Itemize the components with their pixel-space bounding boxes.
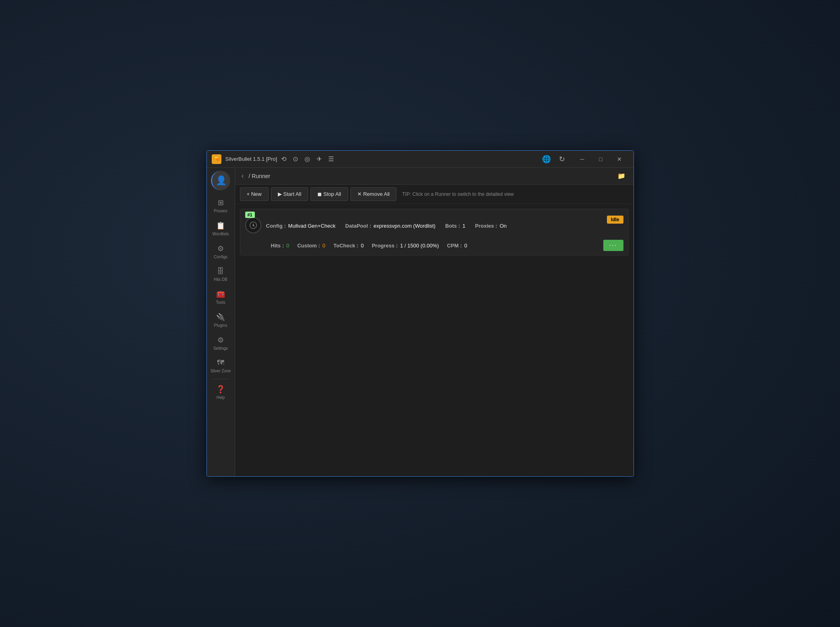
hits-label: Hits :: [271, 243, 284, 249]
target-icon[interactable]: ⊙: [293, 155, 298, 163]
folder-icon-btn[interactable]: 📁: [614, 171, 629, 181]
hits-value: 0: [286, 243, 289, 249]
silverzone-icon: 🗺: [217, 359, 224, 367]
breadcrumb: / Runner: [249, 173, 271, 179]
sidebar-item-configs[interactable]: ⚙ Configs: [207, 240, 235, 263]
minimize-button[interactable]: ─: [573, 151, 592, 168]
cpm-value: 0: [464, 243, 467, 249]
runner-icon-circle: [245, 217, 261, 233]
sidebar-avatar[interactable]: 👤: [211, 171, 230, 190]
runner-status-badge: Idle: [607, 216, 623, 224]
logo-text: 🔫: [213, 156, 220, 162]
header-right: 📁: [614, 172, 629, 180]
history-icon[interactable]: ⟲: [281, 155, 286, 163]
sidebar-item-wordlists[interactable]: 📋 Wordlists: [207, 217, 235, 240]
help-icon: ❓: [216, 385, 225, 394]
settings-icon: ⚙: [217, 336, 224, 345]
new-button[interactable]: + New: [240, 187, 269, 201]
config-value: Mullvad Gen+Check: [288, 223, 336, 229]
runner-list: #1 Config : Mullvad Gen+Check: [235, 204, 634, 476]
runner-info-row-top: Config : Mullvad Gen+Check DataPool : ex…: [266, 223, 602, 229]
hitsdb-icon: 🗄: [217, 267, 224, 276]
sidebar-item-hitsdb[interactable]: 🗄 Hits DB: [207, 263, 235, 286]
sidebar-item-proxies[interactable]: ⊞ Proxies: [207, 194, 235, 217]
sidebar-item-tools[interactable]: 🧰 Tools: [207, 286, 235, 309]
telegram-icon[interactable]: ✈: [317, 155, 322, 163]
runner-card-top: #1 Config : Mullvad Gen+Check: [240, 209, 628, 237]
title-bar-left: 🔫 SilverBullet 1.5.1 [Pro] ⟲ ⊙ ◎ ✈ ☰: [212, 154, 542, 164]
datapool-label: DataPool :: [345, 223, 371, 229]
configs-icon: ⚙: [217, 244, 224, 253]
datapool-value: expressvpn.com (Wordlist): [373, 223, 436, 229]
proxies-label: Proxies :: [475, 223, 497, 229]
start-all-button[interactable]: ▶ Start All: [271, 187, 308, 201]
maximize-button[interactable]: □: [592, 151, 610, 168]
avatar-icon: 👤: [216, 175, 227, 186]
custom-label: Custom :: [297, 243, 320, 249]
sidebar: 👤 ⊞ Proxies 📋 Wordlists ⚙ Configs 🗄 Hits…: [207, 168, 235, 476]
back-button[interactable]: ‹: [240, 170, 246, 182]
bots-value: 1: [463, 223, 465, 229]
wordlists-icon: 📋: [216, 221, 225, 230]
runner-card[interactable]: #1 Config : Mullvad Gen+Check: [240, 209, 629, 255]
progress-label: Progress :: [372, 243, 398, 249]
plugins-icon: 🔌: [216, 313, 225, 322]
more-options-button[interactable]: ···: [603, 240, 623, 251]
runner-info: Config : Mullvad Gen+Check DataPool : ex…: [266, 223, 602, 229]
stop-all-button[interactable]: ◼ Stop All: [311, 187, 348, 201]
progress-value: 1 / 1500 (0.00%): [400, 243, 439, 249]
title-bar-icons: ⟲ ⊙ ◎ ✈ ☰: [281, 155, 334, 163]
sidebar-item-plugins[interactable]: 🔌 Plugins: [207, 309, 235, 332]
bots-label: Bots :: [445, 223, 460, 229]
proxies-value: On: [500, 223, 507, 229]
title-bar: 🔫 SilverBullet 1.5.1 [Pro] ⟲ ⊙ ◎ ✈ ☰ 🌐 ↻…: [207, 151, 634, 168]
sidebar-item-help[interactable]: ❓ Help: [207, 381, 235, 404]
content-area: ‹ / Runner 📁 + New ▶ Start All ◼ Stop Al…: [235, 168, 634, 476]
discord-icon[interactable]: ◎: [304, 155, 310, 163]
sidebar-item-settings[interactable]: ⚙ Settings: [207, 332, 235, 355]
toolbar: + New ▶ Start All ◼ Stop All ✕ Remove Al…: [235, 185, 634, 204]
custom-value: 0: [323, 243, 325, 249]
refresh-icon[interactable]: ↻: [559, 155, 565, 164]
main-window: 🔫 SilverBullet 1.5.1 [Pro] ⟲ ⊙ ◎ ✈ ☰ 🌐 ↻…: [206, 150, 634, 477]
main-layout: 👤 ⊞ Proxies 📋 Wordlists ⚙ Configs 🗄 Hits…: [207, 168, 634, 476]
tools-icon: 🧰: [216, 290, 225, 299]
cpm-label: CPM :: [447, 243, 462, 249]
app-logo: 🔫: [212, 154, 221, 164]
tocheck-value: 0: [361, 243, 364, 249]
config-label: Config :: [266, 223, 286, 229]
sidebar-item-silverzone[interactable]: 🗺 Silver Zone: [207, 355, 235, 377]
app-title: SilverBullet 1.5.1 [Pro]: [225, 156, 277, 162]
remove-all-button[interactable]: ✕ Remove All: [350, 187, 396, 201]
runner-logo-icon: [249, 221, 257, 229]
globe-icon[interactable]: 🌐: [542, 155, 551, 164]
proxies-icon: ⊞: [218, 198, 224, 207]
header-bar: ‹ / Runner 📁: [235, 168, 634, 185]
tocheck-label: ToCheck :: [333, 243, 359, 249]
tip-text: TIP: Click on a Runner to switch to the …: [399, 191, 517, 197]
svg-point-1: [252, 224, 254, 226]
runner-number-badge: #1: [245, 212, 255, 218]
runner-card-bottom: Hits : 0 Custom : 0 ToCheck : 0 Progress…: [240, 237, 628, 255]
sidebar-divider: [213, 379, 229, 379]
window-controls: 🌐 ↻ ─ □ ✕: [542, 151, 629, 168]
close-button[interactable]: ✕: [610, 151, 629, 168]
menu-icon[interactable]: ☰: [328, 155, 334, 163]
